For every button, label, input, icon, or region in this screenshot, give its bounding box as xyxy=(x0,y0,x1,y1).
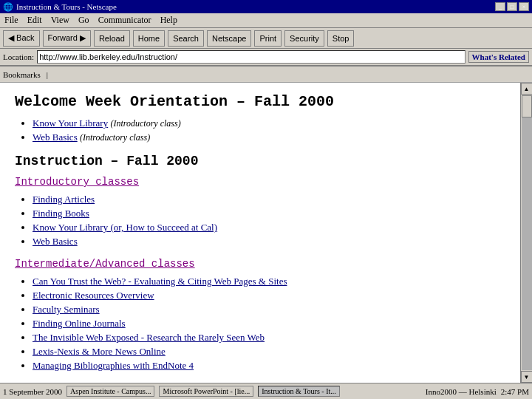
list-item: Finding Books xyxy=(33,208,505,219)
finding-online-journals-link[interactable]: Finding Online Journals xyxy=(33,318,126,329)
reload-button[interactable]: Reload xyxy=(94,30,130,47)
security-button[interactable]: Security xyxy=(284,30,324,47)
list-item: Library Services for Classroom Instructo… xyxy=(33,382,505,383)
forward-button[interactable]: Forward ▶ xyxy=(43,30,91,47)
library-services-link[interactable]: Library Services for Classroom Instructo… xyxy=(50,382,505,383)
menu-edit[interactable]: Edit xyxy=(27,15,42,26)
bookmarksbar: Bookmarks | xyxy=(0,66,532,83)
window-title: Instruction & Tours - Netscape xyxy=(16,2,117,11)
toolbar: ◀ Back Forward ▶ Reload Home Search Nets… xyxy=(0,28,532,49)
statusbar: 1 September 2000 Aspen Institute - Campu… xyxy=(0,383,532,399)
scroll-thumb[interactable] xyxy=(522,95,532,117)
list-item: Finding Online Journals xyxy=(33,318,505,330)
search-button[interactable]: Search xyxy=(168,30,204,47)
netscape-button[interactable]: Netscape xyxy=(207,30,251,47)
introductory-heading: Introductory classes xyxy=(15,176,505,188)
list-item: Web Basics (Introductory class) xyxy=(33,132,505,143)
introductory-links-list: Finding Articles Finding Books Know Your… xyxy=(15,194,505,248)
finding-articles-link[interactable]: Finding Articles xyxy=(33,194,95,205)
instruction-title-text: Instruction – Fall 2000 xyxy=(15,154,198,168)
intermediate-links-list: Can You Trust the Web? - Evaluating & Ci… xyxy=(15,276,505,372)
menu-communicator[interactable]: Communicator xyxy=(98,15,151,26)
list-item: Finding Articles xyxy=(33,194,505,205)
managing-bibliographies-link[interactable]: Managing Bibliographies with EndNote 4 xyxy=(33,360,194,371)
titlebar-controls[interactable]: _ □ × xyxy=(495,2,529,11)
print-button[interactable]: Print xyxy=(254,30,282,47)
menu-view[interactable]: View xyxy=(51,15,69,26)
welcome-season: Fall 2000 xyxy=(254,93,334,110)
clock-display: 2:47 PM xyxy=(501,387,529,396)
electronic-resources-link[interactable]: Electronic Resources Overview xyxy=(33,290,154,301)
faculty-seminars-link[interactable]: Faculty Seminars xyxy=(33,304,100,315)
taskbar-item-powerpoint[interactable]: Microsoft PowerPoint - [lie... xyxy=(159,386,253,397)
whats-related-label[interactable]: What's Related xyxy=(468,51,529,63)
scroll-down-button[interactable]: ▼ xyxy=(521,371,533,383)
invisible-web-link[interactable]: The Invisible Web Exposed - Research the… xyxy=(33,332,265,343)
titlebar: 🌐 Instruction & Tours - Netscape _ □ × xyxy=(0,0,532,13)
list-item: Know Your Library (Introductory class) xyxy=(33,117,505,129)
statusbar-right: Inno2000 — Helsinki 2:47 PM xyxy=(426,387,529,396)
welcome-week-text: Welcome Week Orientation xyxy=(15,93,228,110)
statusbar-left: 1 September 2000 Aspen Institute - Campu… xyxy=(3,386,340,397)
bookmarks-separator: | xyxy=(47,70,48,79)
scrollbar[interactable]: ▲ ▼ xyxy=(520,83,532,383)
menu-file[interactable]: File xyxy=(4,15,18,26)
home-button[interactable]: Home xyxy=(133,30,165,47)
list-item: Can You Trust the Web? - Evaluating & Ci… xyxy=(33,276,505,287)
list-item: Managing Bibliographies with EndNote 4 xyxy=(33,360,505,372)
maximize-button[interactable]: □ xyxy=(507,2,517,11)
menubar: File Edit View Go Communicator Help xyxy=(0,13,532,28)
status-location: Inno2000 — Helsinki xyxy=(426,387,497,396)
location-label: Location: xyxy=(3,52,34,61)
bookmarks-label[interactable]: Bookmarks xyxy=(3,70,41,79)
location-input[interactable] xyxy=(37,50,465,64)
can-you-trust-web-link[interactable]: Can You Trust the Web? - Evaluating & Ci… xyxy=(33,276,287,287)
list-item: Web Basics xyxy=(33,236,505,248)
taskbar-item-aspen[interactable]: Aspen Institute - Campus... xyxy=(66,386,154,397)
welcome-dash: – xyxy=(228,93,254,110)
scroll-up-button[interactable]: ▲ xyxy=(521,83,533,95)
taskbar-item-instruction[interactable]: Instruction & Tours - It... xyxy=(258,386,340,397)
scroll-track[interactable] xyxy=(522,95,532,370)
list-item: Lexis-Nexis & More News Online xyxy=(33,346,505,358)
lexis-nexis-link[interactable]: Lexis-Nexis & More News Online xyxy=(33,346,166,357)
menu-help[interactable]: Help xyxy=(160,15,177,26)
list-item: Faculty Seminars xyxy=(33,304,505,316)
titlebar-left: 🌐 Instruction & Tours - Netscape xyxy=(3,2,117,12)
close-button[interactable]: × xyxy=(519,2,529,11)
know-your-library-welcome-link[interactable]: Know Your Library xyxy=(33,117,108,129)
list-item: Know Your Library (or, How to Succeed at… xyxy=(33,222,505,233)
menu-go[interactable]: Go xyxy=(78,15,89,26)
intermediate-heading: Intermediate/Advanced classes xyxy=(15,258,505,270)
content-wrapper: Welcome Week Orientation – Fall 2000 Kno… xyxy=(0,83,532,383)
know-your-library-link[interactable]: Know Your Library (or, How to Succeed at… xyxy=(33,222,217,233)
instruction-title: Instruction – Fall 2000 xyxy=(15,154,505,168)
content-area[interactable]: Welcome Week Orientation – Fall 2000 Kno… xyxy=(0,83,520,383)
app-icon: 🌐 xyxy=(3,2,13,12)
status-date: 1 September 2000 xyxy=(3,387,62,396)
back-button[interactable]: ◀ Back xyxy=(3,30,40,47)
finding-books-link[interactable]: Finding Books xyxy=(33,208,89,219)
library-services-list: Library Services for Classroom Instructo… xyxy=(15,382,505,383)
web-basics-welcome-link[interactable]: Web Basics xyxy=(33,132,78,143)
list-item: The Invisible Web Exposed - Research the… xyxy=(33,332,505,344)
list-item: Electronic Resources Overview xyxy=(33,290,505,301)
locationbar: Location: What's Related xyxy=(0,49,532,66)
web-basics-link[interactable]: Web Basics xyxy=(33,236,78,247)
know-your-library-note: (Introductory class) xyxy=(110,118,180,129)
minimize-button[interactable]: _ xyxy=(495,2,505,11)
stop-button[interactable]: Stop xyxy=(327,30,355,47)
welcome-links-list: Know Your Library (Introductory class) W… xyxy=(15,117,505,143)
welcome-title: Welcome Week Orientation – Fall 2000 xyxy=(15,93,505,110)
web-basics-note: (Introductory class) xyxy=(80,132,150,143)
